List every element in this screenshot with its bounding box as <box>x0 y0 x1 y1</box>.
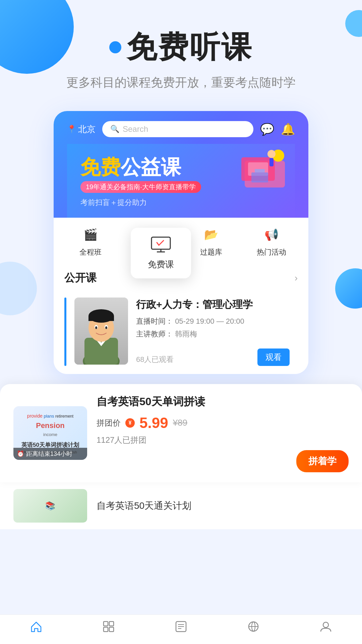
nav-icon-folder: 📂 <box>199 224 223 245</box>
tab-profile[interactable] <box>290 620 362 636</box>
teaser-thumb-icon: 📚 <box>45 501 55 511</box>
app-nav: 🎬 全程班 🖥 免费课 免费课 📂 过题库 <box>54 218 308 263</box>
tabbar-spacer <box>0 529 362 563</box>
search-placeholder-text: Search <box>123 124 148 134</box>
app-banner: 免费 公益课 19年通关必备指南·大牛师资直播带学 考前扫盲＋提分助力 <box>67 144 295 218</box>
search-icon: 🔍 <box>110 125 119 133</box>
hero-title-row: 免费听课 <box>0 27 362 68</box>
courses-icon <box>102 620 115 636</box>
buy-button[interactable]: 拼着学 <box>296 450 349 472</box>
svg-point-21 <box>105 326 107 329</box>
clock-icon: ⏰ <box>17 450 24 458</box>
price-current: 5.99 <box>139 415 168 431</box>
price-row: 拼团价 ¥ 5.99 ¥89 <box>97 415 349 431</box>
nav-item-quanchengban[interactable]: 🎬 全程班 <box>60 224 121 263</box>
course-accent-bar <box>64 298 66 366</box>
location-text: 北京 <box>78 123 96 135</box>
location-icon: 📍 <box>67 125 76 133</box>
teaser-title: 自考英语50天通关计划 <box>97 499 191 512</box>
home-icon <box>30 620 43 636</box>
price-original: ¥89 <box>173 418 187 428</box>
product-thumbnail: provide plans retirement Pension income … <box>13 406 87 460</box>
svg-point-20 <box>95 326 97 329</box>
hero-title: 免费听课 <box>127 27 253 68</box>
bottom-tabbar <box>0 614 362 644</box>
broadcast-time-value: 05-29 19:00 — 20:00 <box>175 317 244 325</box>
tab-discover[interactable] <box>217 620 290 636</box>
svg-point-4 <box>267 150 276 158</box>
course-info: 行政+人力专：管理心理学 直播时间： 05-29 19:00 — 20:00 主… <box>136 298 290 366</box>
course-thumbnail <box>74 298 128 365</box>
nav-label-0: 全程班 <box>79 247 102 257</box>
search-bar[interactable]: 🔍 Search <box>102 121 253 137</box>
tab-courses[interactable] <box>72 620 145 636</box>
app-mockup: 📍 北京 🔍 Search 💬 🔔 免费 公益课 19年通关必备指南·大牛师资直… <box>54 111 308 374</box>
product-teaser: 📚 自考英语50天通关计划 <box>0 482 362 529</box>
teacher-label: 主讲教师： <box>136 330 173 338</box>
price-icon: ¥ <box>125 418 135 428</box>
banner-tag: 19年通关必备指南·大牛师资直播带学 <box>80 181 201 193</box>
svg-rect-6 <box>251 172 268 182</box>
section-more-arrow[interactable]: › <box>295 273 298 283</box>
nav-label-3: 热门活动 <box>257 247 286 257</box>
app-header-top: 📍 北京 🔍 Search 💬 🔔 <box>67 121 295 137</box>
course-teacher: 主讲教师： 韩雨梅 <box>136 329 290 339</box>
discover-icon <box>247 620 260 636</box>
nav-item-mianfeike[interactable]: 🖥 免费课 免费课 <box>121 224 181 263</box>
svg-point-33 <box>323 622 328 628</box>
svg-rect-23 <box>109 622 114 626</box>
svg-rect-22 <box>104 622 108 626</box>
word-cloud-text: provide plans retirement Pension income <box>27 412 73 439</box>
nav-icon-megaphone: 📢 <box>260 224 283 245</box>
nav-label-2: 过题库 <box>200 247 222 257</box>
profile-icon <box>319 620 332 636</box>
bg-decoration-circle-lm <box>0 262 37 315</box>
app-header: 📍 北京 🔍 Search 💬 🔔 免费 公益课 19年通关必备指南·大牛师资直… <box>54 111 308 218</box>
product-countdown: ⏰ 距离结束134小时 <box>13 448 87 460</box>
teaser-thumbnail: 📚 <box>13 489 87 523</box>
banner-title-free: 免费 <box>80 154 121 181</box>
group-count: 1127人已拼团 <box>97 435 349 445</box>
svg-rect-7 <box>255 169 265 172</box>
course-title: 行政+人力专：管理心理学 <box>136 298 290 312</box>
hero-dot-decoration <box>109 41 121 53</box>
svg-rect-24 <box>104 627 108 632</box>
hero-subtitle: 更多科目的课程免费开放，重要考点随时学 <box>0 74 362 91</box>
teacher-name: 韩雨梅 <box>175 330 197 338</box>
tab-home[interactable] <box>0 620 72 636</box>
nav-icon-video: 🎬 <box>79 224 102 245</box>
popup-label: 免费课 <box>141 259 180 270</box>
countdown-text: 距离结束134小时 <box>26 450 72 458</box>
course-views: 68人已观看 <box>136 355 174 365</box>
banner-title-rest: 公益课 <box>121 154 181 181</box>
course-broadcast-time: 直播时间： 05-29 19:00 — 20:00 <box>136 316 290 326</box>
popup-icon <box>141 236 180 256</box>
course-card: 行政+人力专：管理心理学 直播时间： 05-29 19:00 — 20:00 主… <box>54 291 308 374</box>
message-icon[interactable]: 💬 <box>260 122 274 136</box>
location-label: 📍 北京 <box>67 123 96 135</box>
svg-rect-17 <box>88 316 114 321</box>
header-icons: 💬 🔔 <box>260 122 295 136</box>
hero-section: 免费听课 更多科目的课程免费开放，重要考点随时学 <box>0 0 362 91</box>
svg-rect-25 <box>109 627 114 632</box>
group-price-label: 拼团价 <box>97 418 121 428</box>
nav-item-hotactivities[interactable]: 📢 热门活动 <box>241 224 302 263</box>
product-info: 自考英语50天单词拼读 拼团价 ¥ 5.99 ¥89 1127人已拼团 拼着学 <box>97 394 349 472</box>
banner-desc: 考前扫盲＋提分助力 <box>80 198 282 208</box>
product-title: 自考英语50天单词拼读 <box>97 394 349 409</box>
section-title-public-course: 公开课 <box>64 271 97 285</box>
svg-rect-5 <box>269 158 274 166</box>
broadcast-time-label: 直播时间： <box>136 317 173 325</box>
product-card: provide plans retirement Pension income … <box>0 384 362 482</box>
bg-decoration-circle-rm <box>335 268 362 309</box>
watch-button[interactable]: 观看 <box>257 348 290 366</box>
banner-illustration <box>225 147 292 196</box>
qbank-icon <box>175 620 187 636</box>
bell-icon[interactable]: 🔔 <box>281 122 295 136</box>
popup-card: 免费课 <box>131 228 191 278</box>
tab-qbank[interactable] <box>145 620 217 636</box>
